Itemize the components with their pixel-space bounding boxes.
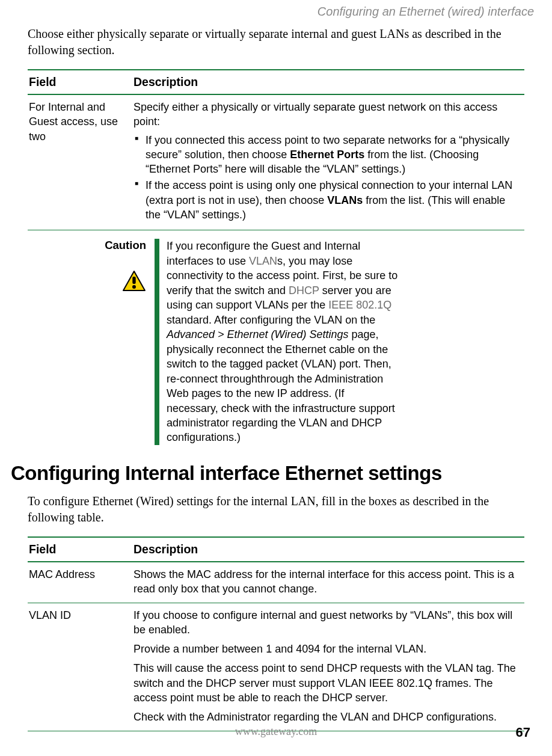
table2-header-field: Field bbox=[28, 537, 132, 562]
table2-row1-para2: This will cause the access point to send… bbox=[133, 662, 516, 704]
table2-row0-field: MAC Address bbox=[28, 562, 132, 603]
footer-url: www.gateway.com bbox=[235, 725, 317, 738]
footer: www.gateway.com bbox=[0, 725, 552, 738]
list-item: If the access point is using only one ph… bbox=[133, 178, 521, 222]
page-number: 67 bbox=[516, 725, 530, 740]
list-item: If you connected this access point to tw… bbox=[133, 133, 521, 177]
running-header: Configuring an Ethernet (wired) interfac… bbox=[24, 5, 534, 19]
svg-point-2 bbox=[132, 285, 136, 289]
intro-paragraph-1: Choose either physically separate or vir… bbox=[28, 26, 524, 58]
table2-row1-para1: Provide a number between 1 and 4094 for … bbox=[133, 643, 426, 655]
caution-link-vlan: VLAN bbox=[249, 255, 277, 267]
caution-text: page, physically reconnect the Ethernet … bbox=[167, 328, 395, 443]
intro-paragraph-2: To configure Ethernet (Wired) settings f… bbox=[28, 493, 524, 526]
caution-icon bbox=[91, 270, 155, 295]
table1-row0-desc-lead: Specify either a physically or virtually… bbox=[133, 101, 497, 128]
table2-row1-field: VLAN ID bbox=[28, 603, 132, 731]
table2-row0-desc: Shows the MAC address for the internal i… bbox=[132, 562, 524, 603]
svg-rect-1 bbox=[132, 277, 135, 284]
table1-header-field: Field bbox=[28, 70, 132, 94]
caution-label: Caution bbox=[91, 239, 155, 252]
table1-header-description: Description bbox=[132, 70, 524, 94]
bullet-text-bold: Ethernet Ports bbox=[290, 149, 364, 161]
section-heading: Configuring Internal interface Ethernet … bbox=[11, 462, 528, 485]
table2-row1-para0: If you choose to configure internal and … bbox=[133, 609, 512, 636]
caution-callout: Caution If you reconfigure the Guest and… bbox=[91, 239, 524, 445]
bullet-text-bold: VLANs bbox=[327, 194, 363, 206]
table1-row0-field: For Internal and Guest access, use two bbox=[28, 94, 132, 230]
caution-link-8021q: 802.1Q bbox=[356, 299, 391, 311]
table2-row1-desc: If you choose to configure internal and … bbox=[132, 603, 524, 731]
caution-text: standard. After configuring the VLAN on … bbox=[167, 314, 375, 326]
caution-link-dhcp: DHCP bbox=[289, 284, 319, 297]
caution-text-italic: Advanced > Ethernet (Wired) Settings bbox=[167, 328, 349, 340]
table2-row0-para0: Shows the MAC address for the internal i… bbox=[133, 568, 514, 595]
table1-row0-bullets: If you connected this access point to tw… bbox=[133, 133, 521, 223]
table2-header-description: Description bbox=[132, 537, 524, 562]
table1-row0-desc: Specify either a physically or virtually… bbox=[132, 94, 524, 230]
caution-body: If you reconfigure the Guest and Interna… bbox=[159, 239, 398, 445]
field-description-table-1: Field Description For Internal and Guest… bbox=[28, 69, 524, 230]
field-description-table-2: Field Description MAC Address Shows the … bbox=[28, 536, 524, 731]
caution-link-ieee: IEEE bbox=[328, 299, 353, 311]
caution-bar bbox=[155, 239, 159, 445]
table2-row1-para3: Check with the Administrator regarding t… bbox=[133, 711, 497, 723]
